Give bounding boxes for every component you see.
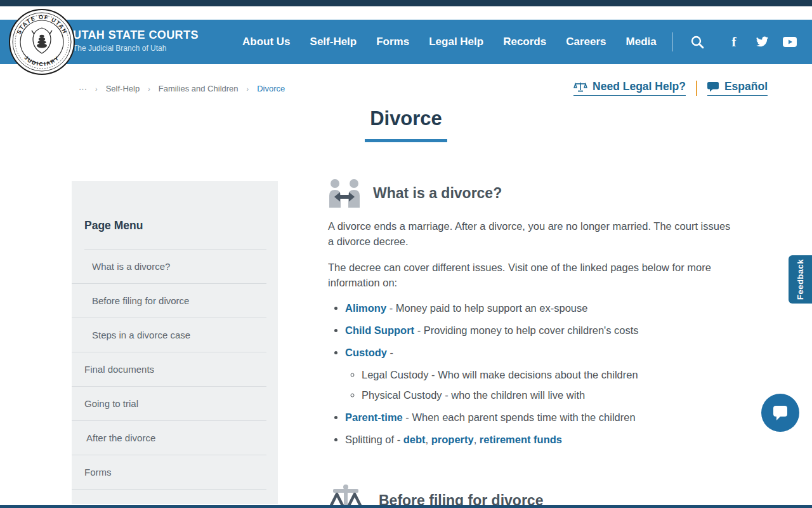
chat-bubble-icon [771, 404, 789, 421]
list-item-splitting: Splitting of - debt, property, retiremen… [345, 432, 734, 448]
section-what-is-divorce-header: What is a divorce? [328, 178, 734, 208]
feedback-tab[interactable]: Feedback [789, 255, 812, 304]
alimony-link[interactable]: Alimony [345, 302, 386, 314]
title-underline [365, 139, 447, 142]
list-item-text: - [387, 347, 393, 358]
scales-icon [573, 81, 587, 93]
brand-subtitle: The Judicial Branch of Utah [73, 44, 199, 53]
main-content: What is a divorce? A divorce ends a marr… [328, 178, 734, 508]
facebook-glyph: f [732, 34, 737, 50]
breadcrumb-divorce[interactable]: Divorce [257, 84, 285, 93]
paragraph: The decree can cover different issues. V… [328, 260, 731, 290]
page-title: Divorce [0, 107, 812, 130]
main-nav: About Us Self-Help Forms Legal Help Reco… [242, 20, 657, 64]
list-item-child-support: Child Support - Providing money to help … [345, 323, 734, 338]
chat-button[interactable] [761, 394, 799, 432]
menu-item-after-the-divorce[interactable]: After the divorce [72, 421, 266, 455]
espanol-label: Español [724, 80, 768, 93]
menu-item-final-documents[interactable]: Final documents [72, 352, 266, 387]
custody-link[interactable]: Custody [345, 347, 387, 358]
nav-records[interactable]: Records [503, 36, 546, 48]
page-menu-title: Page Menu [84, 219, 266, 250]
brand-text[interactable]: UTAH STATE COURTS The Judicial Branch of… [73, 29, 199, 53]
espanol-link[interactable]: Español [707, 80, 768, 96]
parent-time-link[interactable]: Parent-time [345, 411, 403, 423]
top-accent-strip [0, 0, 812, 6]
need-legal-help-link[interactable]: Need Legal Help? [573, 80, 686, 96]
list-item-text: , [426, 434, 431, 445]
list-item-text: - Providing money to help cover children… [414, 324, 638, 336]
search-icon[interactable] [690, 35, 704, 49]
twitter-icon[interactable] [755, 36, 769, 48]
breadcrumb-ellipsis[interactable]: ··· [79, 84, 87, 93]
list-item-alimony: Alimony - Money paid to help support an … [345, 301, 734, 316]
property-link[interactable]: property [431, 434, 474, 445]
nav-self-help[interactable]: Self-Help [310, 36, 357, 48]
section-heading: What is a divorce? [373, 185, 502, 202]
list-item-text: - When each parent spends time with the … [403, 411, 636, 423]
list-item-custody: Custody - Legal Custody - Who will make … [345, 345, 734, 403]
chevron-right-icon: › [148, 85, 150, 93]
nav-legal-help[interactable]: Legal Help [429, 36, 483, 48]
retirement-funds-link[interactable]: retirement funds [480, 434, 562, 445]
nav-careers[interactable]: Careers [566, 36, 606, 48]
facebook-icon[interactable]: f [727, 36, 741, 48]
list-item-text: , [474, 434, 480, 445]
youtube-icon[interactable] [783, 36, 797, 48]
breadcrumb: ··· › Self-Help › Families and Children … [79, 84, 285, 93]
list-item-text: Splitting of - [345, 434, 403, 445]
site-header: STATE OF UTAH JUDICIARY UTAH STATE COURT… [0, 20, 812, 64]
list-item-parent-time: Parent-time - When each parent spends ti… [345, 410, 734, 425]
social-links: f [727, 20, 797, 64]
bottom-accent-strip [0, 505, 812, 508]
menu-item-before-filing[interactable]: Before filing for divorce [72, 284, 266, 318]
utility-links: Need Legal Help? Español [573, 80, 768, 96]
speech-bubble-icon [707, 81, 719, 92]
child-support-link[interactable]: Child Support [345, 324, 414, 336]
brand-title: UTAH STATE COURTS [73, 29, 199, 42]
nav-media[interactable]: Media [626, 36, 657, 48]
menu-item-steps[interactable]: Steps in a divorce case [72, 318, 266, 352]
list-item-legal-custody: Legal Custody - Who will make decisions … [362, 368, 734, 383]
divorce-people-icon [328, 178, 361, 208]
menu-item-what-is-a-divorce[interactable]: What is a divorce? [72, 250, 266, 284]
debt-link[interactable]: debt [403, 434, 426, 445]
breadcrumb-families-children[interactable]: Families and Children [159, 84, 239, 93]
page-menu-sidebar: Page Menu What is a divorce? Before fili… [72, 181, 278, 504]
menu-item-going-to-trial[interactable]: Going to trial [72, 387, 266, 421]
nav-forms[interactable]: Forms [376, 36, 409, 48]
custody-sublist: Legal Custody - Who will make decisions … [345, 368, 734, 403]
utah-courts-seal-logo[interactable]: STATE OF UTAH JUDICIARY [9, 9, 75, 75]
breadcrumb-row: ··· › Self-Help › Families and Children … [0, 80, 812, 100]
utility-divider [696, 81, 697, 96]
chevron-right-icon: › [247, 85, 249, 93]
paragraph: A divorce ends a marriage. After a divor… [328, 218, 731, 249]
menu-item-forms[interactable]: Forms [72, 455, 266, 490]
nav-about-us[interactable]: About Us [242, 36, 291, 48]
feedback-label: Feedback [796, 259, 805, 300]
nav-divider [672, 32, 673, 51]
list-item-physical-custody: Physical Custody - who the children will… [362, 388, 734, 403]
list-item-text: - Money paid to help support an ex-spous… [386, 302, 587, 314]
breadcrumb-self-help[interactable]: Self-Help [106, 84, 140, 93]
divorce-topics-list: Alimony - Money paid to help support an … [328, 301, 734, 447]
need-legal-help-label: Need Legal Help? [593, 80, 686, 93]
chevron-right-icon: › [95, 85, 98, 93]
